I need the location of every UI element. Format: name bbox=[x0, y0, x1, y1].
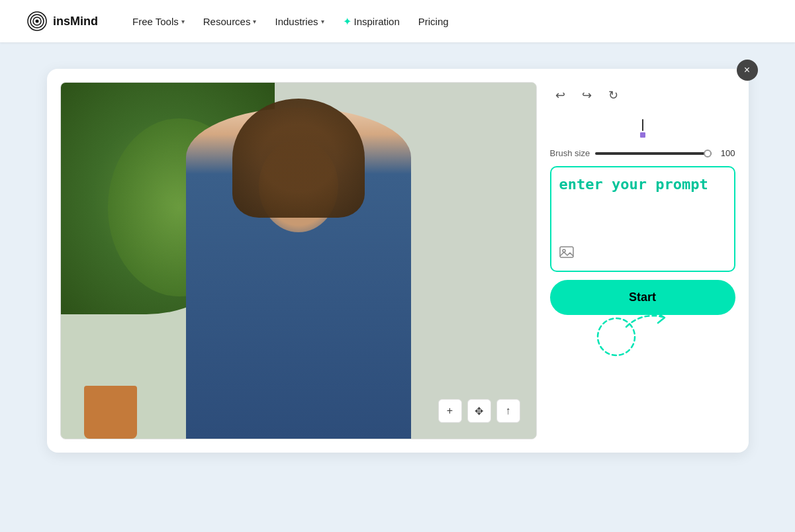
brush-size-label: Brush size bbox=[550, 148, 590, 158]
brush-tip bbox=[642, 119, 643, 131]
nav-inspiration[interactable]: ✦ Inspiration bbox=[335, 10, 408, 33]
image-area: + ✥ ↑ bbox=[60, 82, 537, 439]
redo-button[interactable]: ↪ bbox=[577, 85, 598, 106]
logo-link[interactable]: insMind bbox=[26, 11, 98, 32]
brush-size-value: 100 bbox=[717, 148, 735, 158]
brush-preview bbox=[550, 119, 735, 138]
close-button[interactable]: × bbox=[737, 60, 758, 81]
spark-icon: ✦ bbox=[343, 15, 351, 28]
pan-button[interactable]: ✥ bbox=[467, 399, 491, 423]
prompt-placeholder: enter your prompt bbox=[559, 175, 726, 195]
logo-icon bbox=[26, 11, 48, 32]
image-attach-icon[interactable] bbox=[559, 245, 726, 263]
upload-button[interactable]: ↑ bbox=[496, 399, 520, 423]
zoom-in-button[interactable]: + bbox=[438, 399, 462, 423]
nav-industries[interactable]: Industries ▾ bbox=[267, 11, 332, 32]
app-container: insMind Free Tools ▾ Resources ▾ Industr… bbox=[0, 0, 795, 532]
undo-button[interactable]: ↩ bbox=[550, 85, 571, 106]
image-toolbar: + ✥ ↑ bbox=[438, 399, 520, 423]
chevron-down-icon: ▾ bbox=[181, 18, 185, 25]
right-panel: ↩ ↪ ↻ Brush size bbox=[550, 82, 735, 439]
nav-items: Free Tools ▾ Resources ▾ Industries ▾ ✦ … bbox=[124, 10, 769, 33]
logo-text: insMind bbox=[53, 15, 98, 28]
nav-free-tools[interactable]: Free Tools ▾ bbox=[124, 11, 193, 32]
chevron-down-icon: ▾ bbox=[321, 18, 324, 25]
brush-size-slider[interactable] bbox=[595, 152, 711, 155]
canvas-image bbox=[61, 83, 536, 439]
refresh-button[interactable]: ↻ bbox=[603, 85, 624, 106]
nav-pricing[interactable]: Pricing bbox=[410, 11, 457, 32]
navbar: insMind Free Tools ▾ Resources ▾ Industr… bbox=[0, 0, 795, 42]
svg-point-3 bbox=[36, 20, 39, 23]
nav-resources[interactable]: Resources ▾ bbox=[195, 11, 265, 32]
start-button[interactable]: Start bbox=[550, 280, 735, 315]
svg-rect-5 bbox=[560, 247, 573, 257]
brush-size-row: Brush size 100 bbox=[550, 148, 735, 158]
brush-handle bbox=[640, 132, 645, 138]
editor-card: × bbox=[47, 69, 749, 453]
brush-slider-thumb bbox=[704, 150, 712, 157]
chevron-down-icon: ▾ bbox=[253, 18, 256, 25]
prompt-box[interactable]: enter your prompt bbox=[550, 166, 735, 272]
edit-toolbar: ↩ ↪ ↻ bbox=[550, 82, 735, 109]
